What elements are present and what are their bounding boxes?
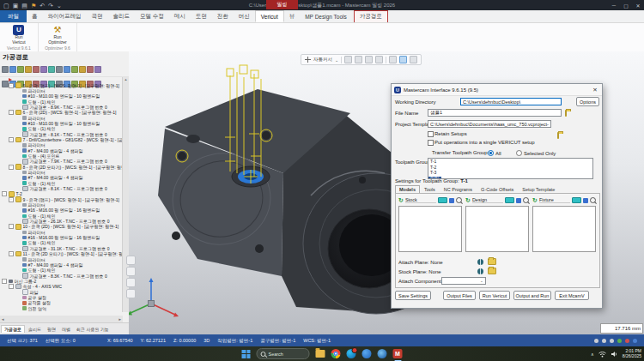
mask-solid-icon[interactable] <box>389 56 397 63</box>
customize-dropdown-icon[interactable]: ⌄ <box>57 3 62 9</box>
status-dot[interactable] <box>633 339 637 343</box>
retain-setups-checkbox[interactable] <box>428 131 434 137</box>
app-blue-2-icon[interactable] <box>378 349 387 358</box>
ribbon-tab-전환[interactable]: 전환 <box>212 10 234 22</box>
panel-toolbar-icon[interactable] <box>64 66 70 73</box>
tree-item[interactable]: -7 - Drill/Counterbore - G81/G82 - [WCS:… <box>0 137 123 142</box>
polygon-select-icon[interactable] <box>365 56 373 63</box>
transfer-selected-option[interactable]: Selected Only <box>516 150 556 156</box>
pick-model-icon[interactable] <box>590 197 596 203</box>
radio-all[interactable] <box>488 150 494 156</box>
expander-icon[interactable]: - <box>9 251 14 256</box>
refresh-icon[interactable]: ↻ <box>465 197 471 203</box>
run-vericut-button[interactable]: Run Vericut <box>479 291 510 300</box>
ribbon-tab-홈[interactable]: 홈 <box>27 10 43 22</box>
stock-plane-select-icon[interactable] <box>488 268 496 274</box>
ribbon-tab-메시[interactable]: 메시 <box>169 10 191 22</box>
volume-icon[interactable] <box>611 351 618 358</box>
axis-gizmo[interactable] <box>129 278 179 317</box>
taskbar-clock[interactable]: 2:01 PM 8/26/2025 <box>623 349 641 358</box>
autocursor-dropdown-icon[interactable]: ⌄ <box>335 57 338 63</box>
color-swatch-button[interactable] <box>572 197 581 203</box>
ribbon-tab-솔리드[interactable]: 솔리드 <box>108 10 136 22</box>
ribbon-tab-뷰[interactable]: 뷰 <box>284 10 301 22</box>
attach-component-dropdown-icon[interactable]: ⌄ <box>480 279 483 283</box>
selection-mode-icon[interactable] <box>344 56 352 63</box>
edge-icon[interactable] <box>347 349 356 358</box>
expander-icon[interactable]: - <box>9 137 14 142</box>
viewport-quick-button-3[interactable] <box>126 278 136 287</box>
dialog-close-icon[interactable]: ✕ <box>591 87 599 93</box>
ribbon-tab-모델 수정[interactable]: 모델 수정 <box>135 10 169 22</box>
ribbon-tab-곡면[interactable]: 곡면 <box>87 10 108 22</box>
panel-tab-솔리드[interactable]: 솔리드 <box>26 326 44 333</box>
viewport-quick-button-1[interactable] <box>126 256 136 265</box>
wifi-icon[interactable] <box>598 351 606 358</box>
status-dot[interactable] <box>594 339 598 343</box>
pick-model-icon[interactable] <box>523 197 529 203</box>
dialog-title-bar[interactable]: U Mastercam Interface 9.6.15 (9.5) ✕ <box>392 84 602 96</box>
color-swatch-button[interactable] <box>438 197 447 203</box>
template-browse-folder-icon[interactable] <box>557 132 559 139</box>
new-file-icon[interactable]: ▢ <box>3 3 9 9</box>
close-button[interactable]: ✕ <box>632 3 644 9</box>
panel-toolbar-icon[interactable] <box>79 66 86 73</box>
expander-icon[interactable]: - <box>9 224 14 229</box>
panel-toolbar-icon[interactable] <box>2 66 9 73</box>
template-dropdown-icon[interactable]: ⌄ <box>546 122 550 126</box>
chrome-icon[interactable] <box>331 349 341 358</box>
status-dot[interactable] <box>617 339 622 343</box>
tree-horizontal-scrollbar[interactable]: ◄► <box>0 316 123 322</box>
color-swatch-button[interactable] <box>505 197 514 203</box>
save-settings-button[interactable]: Save Settings <box>395 291 431 300</box>
project-template-input[interactable] <box>428 120 551 128</box>
expander-icon[interactable]: - <box>9 284 14 289</box>
panel-toolbar-icon[interactable] <box>87 66 94 73</box>
ribbon-tab-파일[interactable]: 파일 <box>0 10 27 22</box>
status-item[interactable]: Z: 0.00000 <box>173 338 196 343</box>
minimize-button[interactable]: ─ <box>608 3 620 9</box>
add-model-icon[interactable] <box>516 198 521 203</box>
panel-toolbar-icon[interactable] <box>94 66 101 73</box>
undo-icon[interactable]: ↶ <box>39 3 45 9</box>
toolpath-group-item[interactable]: T-1 <box>428 159 436 164</box>
vector-select-icon[interactable] <box>375 56 383 63</box>
start-button-icon[interactable] <box>242 350 251 358</box>
redo-icon[interactable]: ↷ <box>48 3 53 9</box>
tree-item[interactable]: -11 - 윤곽 (2D 모따기) - [WCS: 평면-1] - [공구평면:… <box>0 251 123 256</box>
ribbon-tab-가공경로[interactable]: 가공경로 <box>354 10 388 22</box>
expander-icon[interactable]: - <box>2 279 7 284</box>
mask-active-icon[interactable] <box>399 56 407 63</box>
mastercam-taskbar-icon[interactable]: M <box>393 349 403 358</box>
status-item[interactable]: X: 69.67540 <box>107 338 133 343</box>
app-blue-1-icon[interactable] <box>362 349 372 358</box>
expander-icon[interactable]: - <box>9 83 14 88</box>
status-dot[interactable] <box>602 339 606 343</box>
model-list-box[interactable] <box>532 206 596 252</box>
status-dot[interactable] <box>625 339 629 343</box>
expander-icon[interactable]: - <box>9 197 14 202</box>
tree-item[interactable]: -9 - 윤곽 (램프) - [WCS: 평면-1] - [공구평면: 평면-1… <box>0 197 123 202</box>
panel-toolbar-icon[interactable] <box>71 66 78 73</box>
maximize-button[interactable]: ▢ <box>620 3 632 9</box>
output-files-button[interactable]: Output Files <box>443 291 476 300</box>
print-icon[interactable]: ▤ <box>21 3 27 9</box>
toolpath-group-item[interactable]: T-2 <box>428 165 436 170</box>
panel-toolbar-icon[interactable] <box>48 66 55 73</box>
file-name-input[interactable] <box>428 109 562 117</box>
stock-plane-wcs-icon[interactable] <box>477 268 483 274</box>
tray-chevron-icon[interactable]: ∧ <box>591 352 594 357</box>
add-model-icon[interactable] <box>583 198 588 203</box>
status-item[interactable]: Y: 62.27121 <box>141 338 166 343</box>
tree-item[interactable]: -8 - 윤곽 (2D 모따기) - [WCS: 평면-1] - [공구평면: … <box>0 165 123 170</box>
panel-tab-가공경로[interactable]: 가공경로 <box>1 325 25 333</box>
viewport-quick-button-4[interactable] <box>126 289 136 298</box>
single-setup-checkbox[interactable] <box>428 140 434 146</box>
exit-mcamv-button[interactable]: Exit McamV <box>555 291 589 300</box>
panel-tab-평면[interactable]: 평면 <box>45 326 58 333</box>
taskbar-search[interactable]: Search <box>257 348 310 359</box>
toolpath-groups-list[interactable]: T-1T-2T-3밀링 <box>428 158 593 179</box>
options-button[interactable]: Options <box>576 97 599 106</box>
panel-tab-최근 사용된 기능[interactable]: 최근 사용된 기능 <box>74 326 112 333</box>
insert-marker-flag-icon[interactable] <box>9 78 12 81</box>
